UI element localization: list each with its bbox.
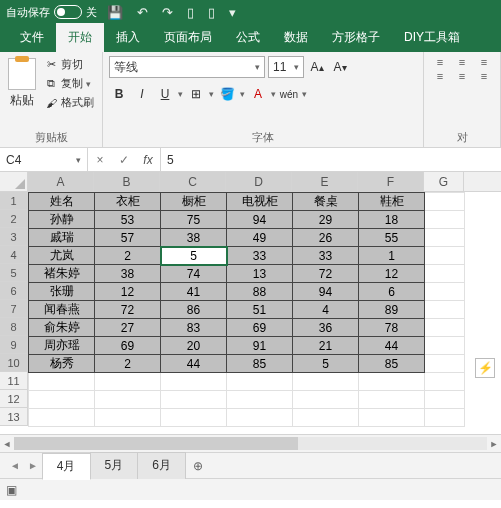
- phonetic-button[interactable]: wén: [279, 84, 299, 104]
- ribbon-tab[interactable]: 数据: [272, 23, 320, 52]
- cell[interactable]: 94: [227, 211, 293, 229]
- row-header[interactable]: 1: [0, 192, 27, 210]
- scrollbar-thumb[interactable]: [14, 437, 298, 450]
- cell[interactable]: 74: [161, 265, 227, 283]
- column-header[interactable]: G: [424, 172, 464, 191]
- cell[interactable]: 橱柜: [161, 193, 227, 211]
- cell[interactable]: 4: [293, 301, 359, 319]
- cell[interactable]: 鞋柜: [359, 193, 425, 211]
- row-headers[interactable]: 12345678910111213: [0, 192, 28, 426]
- align-top-icon[interactable]: ≡: [430, 56, 450, 68]
- underline-button[interactable]: U: [155, 84, 175, 104]
- bold-button[interactable]: B: [109, 84, 129, 104]
- quick-analysis-icon[interactable]: ⚡: [475, 358, 495, 378]
- cell[interactable]: 孙静: [29, 211, 95, 229]
- cell[interactable]: 44: [359, 337, 425, 355]
- fill-color-button[interactable]: 🪣: [217, 84, 237, 104]
- tab-nav-next-icon[interactable]: ►: [24, 460, 42, 471]
- cell[interactable]: 86: [161, 301, 227, 319]
- column-header[interactable]: E: [292, 172, 358, 191]
- cell[interactable]: 20: [161, 337, 227, 355]
- autosave-toggle[interactable]: 自动保存 关: [6, 5, 97, 20]
- cell[interactable]: [425, 319, 465, 337]
- align-middle-icon[interactable]: ≡: [452, 56, 472, 68]
- cell[interactable]: [227, 373, 293, 391]
- cell[interactable]: [359, 373, 425, 391]
- cell[interactable]: [227, 409, 293, 427]
- cell[interactable]: [425, 301, 465, 319]
- cell[interactable]: [293, 391, 359, 409]
- tab-nav-prev-icon[interactable]: ◄: [6, 460, 24, 471]
- cell[interactable]: 51: [227, 301, 293, 319]
- row-header[interactable]: 4: [0, 246, 27, 264]
- cell[interactable]: [425, 373, 465, 391]
- cell[interactable]: 杨秀: [29, 355, 95, 373]
- cell[interactable]: [161, 373, 227, 391]
- cell[interactable]: 闻春燕: [29, 301, 95, 319]
- new-sheet-button[interactable]: ⊕: [185, 455, 211, 477]
- cell[interactable]: [161, 391, 227, 409]
- italic-button[interactable]: I: [132, 84, 152, 104]
- cell[interactable]: [425, 391, 465, 409]
- cell[interactable]: 69: [227, 319, 293, 337]
- cell[interactable]: 6: [359, 283, 425, 301]
- cell[interactable]: [425, 229, 465, 247]
- record-macro-icon[interactable]: ▣: [6, 483, 17, 497]
- cell[interactable]: 91: [227, 337, 293, 355]
- fx-icon[interactable]: fx: [136, 153, 160, 167]
- cell[interactable]: [359, 391, 425, 409]
- cancel-formula-icon[interactable]: ×: [88, 153, 112, 167]
- cell[interactable]: [95, 391, 161, 409]
- enter-formula-icon[interactable]: ✓: [112, 153, 136, 167]
- cell[interactable]: [425, 265, 465, 283]
- sheet-tab[interactable]: 4月: [42, 453, 91, 480]
- column-headers[interactable]: ABCDEFG: [28, 172, 501, 192]
- font-name-combo[interactable]: 等线▾: [109, 56, 265, 78]
- column-header[interactable]: A: [28, 172, 94, 191]
- column-header[interactable]: D: [226, 172, 292, 191]
- cell[interactable]: [425, 247, 465, 265]
- cell[interactable]: 38: [95, 265, 161, 283]
- cell[interactable]: [425, 337, 465, 355]
- row-header[interactable]: 6: [0, 282, 27, 300]
- cell[interactable]: 2: [95, 355, 161, 373]
- cell[interactable]: 44: [161, 355, 227, 373]
- cell[interactable]: 55: [359, 229, 425, 247]
- cell[interactable]: 27: [95, 319, 161, 337]
- sheet-tab[interactable]: 5月: [90, 452, 139, 479]
- cell[interactable]: 75: [161, 211, 227, 229]
- column-header[interactable]: C: [160, 172, 226, 191]
- worksheet-grid[interactable]: ABCDEFG 12345678910111213 姓名衣柜橱柜电视柜餐桌鞋柜孙…: [0, 172, 501, 434]
- cell[interactable]: 餐桌: [293, 193, 359, 211]
- ribbon-tab[interactable]: 文件: [8, 23, 56, 52]
- ribbon-tab[interactable]: 开始: [56, 23, 104, 52]
- align-bottom-icon[interactable]: ≡: [474, 56, 494, 68]
- cell[interactable]: [425, 211, 465, 229]
- qat-icon[interactable]: ▯: [204, 5, 219, 20]
- align-center-icon[interactable]: ≡: [452, 70, 472, 82]
- format-painter-button[interactable]: 🖌格式刷: [42, 94, 96, 111]
- cell[interactable]: 褚朱婷: [29, 265, 95, 283]
- ribbon-tab[interactable]: 方形格子: [320, 23, 392, 52]
- paste-button[interactable]: 粘贴: [6, 56, 38, 128]
- cell[interactable]: 5: [161, 247, 227, 265]
- font-size-combo[interactable]: 11▾: [268, 56, 304, 78]
- select-all-button[interactable]: [0, 172, 28, 192]
- cell[interactable]: [29, 409, 95, 427]
- cell[interactable]: 衣柜: [95, 193, 161, 211]
- cell[interactable]: [425, 193, 465, 211]
- cell[interactable]: 85: [359, 355, 425, 373]
- cell[interactable]: [425, 355, 465, 373]
- increase-font-icon[interactable]: A▴: [307, 57, 327, 77]
- cell[interactable]: 72: [293, 265, 359, 283]
- row-header[interactable]: 5: [0, 264, 27, 282]
- cell[interactable]: [29, 373, 95, 391]
- row-header[interactable]: 12: [0, 390, 27, 408]
- cell[interactable]: [29, 391, 95, 409]
- cell[interactable]: 33: [227, 247, 293, 265]
- cell[interactable]: 29: [293, 211, 359, 229]
- undo-icon[interactable]: ↶: [133, 5, 152, 20]
- scroll-right-icon[interactable]: ►: [487, 435, 501, 453]
- cell[interactable]: 2: [95, 247, 161, 265]
- toggle-switch[interactable]: [54, 5, 82, 19]
